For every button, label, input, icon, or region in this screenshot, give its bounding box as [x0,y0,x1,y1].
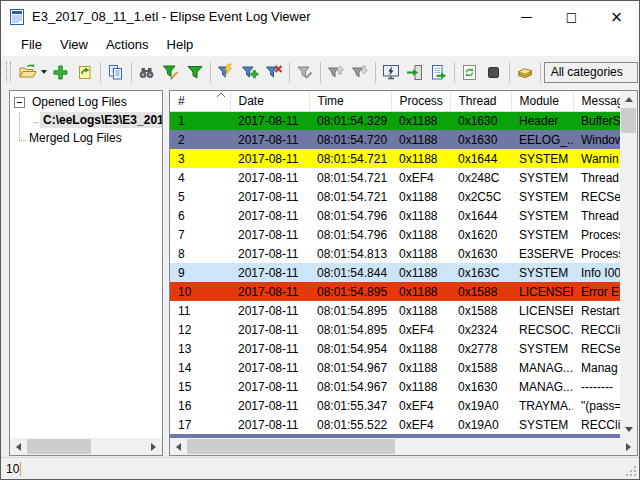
table-horizontal-scrollbar[interactable] [170,438,637,455]
table-row[interactable]: 12017-08-1108:01:54.3290x11880x1630Heade… [170,111,620,130]
sidebar-horizontal-scrollbar[interactable] [10,438,162,455]
add-log-button[interactable] [49,60,73,84]
monitor-events-button[interactable] [379,60,403,84]
filter-down-button[interactable] [348,60,372,84]
scroll-right-button[interactable] [620,438,637,455]
copy-button[interactable] [104,60,128,84]
export-log-button[interactable] [427,60,451,84]
cell-time: 08:01:54.954 [309,339,391,358]
tree-item-merged-log-files[interactable]: Merged Log Files [10,129,162,147]
collapse-icon[interactable] [14,97,25,108]
open-log-dropdown-button[interactable] [40,60,49,84]
filter-add-button[interactable] [238,60,262,84]
menu-view[interactable]: View [51,34,97,55]
menu-file[interactable]: File [12,34,51,55]
tree-item-log-file[interactable]: C:\eeLogs\E3\E3_201 [10,111,162,129]
scrollbar-thumb[interactable] [27,439,91,454]
table-row[interactable]: 52017-08-1108:01:54.7210x11880x2C5CSYSTE… [170,187,620,206]
cell-thread: 0x1630 [450,377,511,396]
triangle-left-icon [16,443,21,451]
edit-filter-button[interactable] [159,60,183,84]
table-row[interactable]: 32017-08-1108:01:54.7210x11880x1644SYSTE… [170,149,620,168]
category-filter-combobox[interactable]: All categories [544,62,638,83]
filter-remove-button[interactable] [262,60,286,84]
minimize-button[interactable]: — [504,1,549,32]
column-header-time[interactable]: Time [309,91,391,111]
table-row[interactable]: 72017-08-1108:01:54.7960x11880x1620SYSTE… [170,225,620,244]
column-header-message[interactable]: Message [573,91,620,111]
filter-lightning-button[interactable] [214,60,238,84]
table-row[interactable]: 122017-08-1108:01:54.8950xEF40x2324RECSO… [170,320,620,339]
find-button[interactable] [135,60,159,84]
scrollbar-thumb[interactable] [621,108,636,133]
close-button[interactable]: × [594,1,639,32]
apply-filter-button[interactable] [183,60,207,84]
scroll-down-button[interactable] [620,421,637,438]
table-row[interactable]: 132017-08-1108:01:54.9540x11880x2778SYST… [170,339,620,358]
menu-actions[interactable]: Actions [97,34,158,55]
cell-date: 2017-08-11 [230,244,309,263]
maximize-button[interactable]: □ [549,1,594,32]
table-vertical-scrollbar[interactable] [620,91,637,438]
scroll-left-button[interactable] [10,438,27,455]
cell-process: 0x1188 [391,187,450,206]
table-row[interactable]: 102017-08-1108:01:54.8950x11880x1588LICE… [170,282,620,301]
table-row[interactable]: 162017-08-1108:01:55.3470xEF40x19A0TRAYM… [170,396,620,415]
menu-help[interactable]: Help [158,34,203,55]
cell-date: 2017-08-11 [230,339,309,358]
column-header-module[interactable]: Module [511,91,573,111]
cell-date: 2017-08-11 [230,206,309,225]
scrollbar-thumb[interactable] [187,439,395,454]
copy-icon [107,64,124,81]
table-row[interactable]: 112017-08-1108:01:54.8950x11880x1588LICE… [170,301,620,320]
cell-time: 08:01:54.329 [309,111,391,130]
column-header-num[interactable]: # [170,91,230,111]
toolbar-separator [100,62,101,83]
cell-time: 08:01:54.844 [309,263,391,282]
cell-time: 08:01:54.895 [309,301,391,320]
filter-up-button[interactable] [324,60,348,84]
reopen-log-button[interactable] [73,60,97,84]
cell-module: SYSTEM [511,168,573,187]
refresh-button[interactable] [458,60,482,84]
cell-num: 9 [170,263,230,282]
cell-num: 6 [170,206,230,225]
import-log-button[interactable] [403,60,427,84]
cell-process: 0x1188 [391,301,450,320]
column-header-process[interactable]: Process [391,91,450,111]
filter-lightning-icon [217,63,235,81]
status-text: 10 [6,462,21,476]
table-row[interactable]: 82017-08-1108:01:54.8130x11880x1630E3SER… [170,244,620,263]
cell-date: 2017-08-11 [230,415,309,434]
tree-item-opened-log-files[interactable]: Opened Log Files [10,93,162,111]
resize-grip[interactable] [625,465,637,477]
chevron-down-icon [41,70,47,74]
event-table-body: 12017-08-1108:01:54.3290x11880x1630Heade… [170,111,620,438]
table-row[interactable]: 152017-08-1108:01:54.9670x11880x1630MANA… [170,377,620,396]
cell-date: 2017-08-11 [230,187,309,206]
table-row[interactable]: 142017-08-1108:01:54.9670x11880x1588MANA… [170,358,620,377]
help-book-button[interactable] [513,60,537,84]
stop-button[interactable] [482,60,506,84]
cell-process: 0xEF4 [391,415,450,434]
cell-module: SYSTEM [511,339,573,358]
table-row[interactable]: 42017-08-1108:01:54.7210xEF40x248CSYSTEM… [170,168,620,187]
table-row[interactable]: 92017-08-1108:01:54.8440x11880x163CSYSTE… [170,263,620,282]
cell-message: RECSer [573,339,620,358]
column-header-thread[interactable]: Thread [450,91,511,111]
scroll-up-button[interactable] [620,91,637,108]
column-header-date[interactable]: Date [230,91,309,111]
cell-message: Error E0 [573,282,620,301]
toolbar-separator [454,62,455,83]
table-row[interactable]: 62017-08-1108:01:54.7960x11880x1644SYSTE… [170,206,620,225]
window-controls: — □ × [504,1,639,32]
scroll-left-button[interactable] [170,438,187,455]
open-log-button[interactable] [16,60,40,84]
toolbar-gripper[interactable] [6,62,11,82]
table-row[interactable]: 172017-08-1108:01:55.5220xEF40x19A0SYSTE… [170,415,620,434]
table-row[interactable]: 22017-08-1108:01:54.7200x11880x1630EELOG… [170,130,620,149]
sort-ascending-icon [216,92,226,98]
refresh-icon [461,64,478,81]
scroll-right-button[interactable] [145,438,162,455]
custom-filter-button[interactable] [293,60,317,84]
